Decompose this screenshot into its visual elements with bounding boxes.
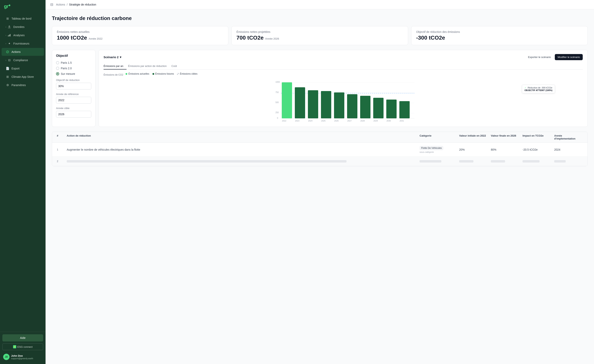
radio-circle-paris15 <box>56 61 59 64</box>
bar-2027 <box>347 94 358 118</box>
stat-value-2: -300 tCO2e <box>416 35 583 41</box>
upload-icon <box>7 25 11 29</box>
tab-emissions-par-action[interactable]: Émissions par action de réduction <box>128 63 170 69</box>
sidebar-nav: ⊞ Tableau de bord › Données › Analyses ›… <box>0 13 46 332</box>
cell-year-1: 2024 <box>553 148 584 151</box>
radio-paris15[interactable]: Paris 1.5 <box>56 61 91 64</box>
breadcrumb-current: Stratégie de réduction <box>69 3 96 6</box>
objectif-panel: Objectif Paris 1.5 Paris 2.0 Sur mesure … <box>52 50 95 127</box>
objectif-title: Objectif <box>56 54 91 58</box>
help-button[interactable]: Aide <box>2 334 43 341</box>
sidebar-item-actions[interactable]: Actions <box>2 48 44 56</box>
sidebar-item-label-analyses: Analyses <box>13 34 25 37</box>
modify-scenario-button[interactable]: Modifier le scénario <box>555 54 583 60</box>
sidebar-item-fournisseurs[interactable]: › ✦ Fournisseurs <box>2 40 44 47</box>
esg-connect-label: ESG connect <box>17 345 33 348</box>
user-info: John Doe support@greenly.earth <box>11 354 42 360</box>
sidebar-item-label-export: Export <box>12 67 19 70</box>
legend-dot-actual <box>126 73 127 75</box>
chevron-icon-donnees: › <box>6 26 6 28</box>
sidebar-item-climate[interactable]: ⊞ Climate App Store <box>2 73 44 81</box>
radio-label-sur-mesure: Sur mesure <box>61 72 75 75</box>
field-label-reduction: Objectif de réduction <box>56 79 91 81</box>
loading-bar-initial <box>459 160 473 162</box>
sidebar-item-parametres[interactable]: ⚙ Paramètres <box>2 81 44 89</box>
y-axis-label: Émissions de CO2 <box>104 74 123 76</box>
content-area: Trajectoire de réduction carbone Émissio… <box>46 9 594 364</box>
bar-2023 <box>295 87 305 118</box>
svg-text:2031: 2031 <box>399 120 404 122</box>
export-scenario-button[interactable]: Exporter le scénario <box>526 54 553 60</box>
svg-text:2028: 2028 <box>360 120 365 122</box>
panel-row: Objectif Paris 1.5 Paris 2.0 Sur mesure … <box>52 50 588 127</box>
sidebar-item-label-actions: Actions <box>12 50 20 54</box>
sidebar-bottom: Aide ⚡ ESG connect JD John Doe support@g… <box>0 332 46 364</box>
sidebar-item-tableau[interactable]: ⊞ Tableau de bord <box>2 15 44 23</box>
cell-year-2 <box>553 160 584 162</box>
cell-action-2 <box>65 160 418 162</box>
sidebar-item-label-fournisseurs: Fournisseurs <box>13 42 29 45</box>
col-header-initial: Valeur initiale en 2022 <box>458 134 489 140</box>
stat-value-0: 1000 tCO2e Année 2022 <box>57 35 223 41</box>
svg-text:0: 0 <box>277 117 278 119</box>
compliance-icon: ⊟ <box>7 58 11 62</box>
user-profile[interactable]: JD John Doe support@greenly.earth <box>2 352 43 362</box>
user-name: John Doe <box>11 354 42 357</box>
scenario-selector[interactable]: Scénario 2 ▾ <box>104 55 121 59</box>
field-label-annee-ref: Année de référence <box>56 93 91 96</box>
legend-dot-future <box>152 73 154 75</box>
svg-text:2022: 2022 <box>282 120 286 122</box>
sidebar-item-label-donnees: Données <box>13 25 24 28</box>
sidebar-item-compliance[interactable]: › ⊟ Compliance <box>2 56 44 64</box>
loading-bar-year <box>554 160 566 162</box>
sidebar-item-label-tableau: Tableau de bord <box>12 17 31 20</box>
col-header-impact: Impact en TCO2e <box>521 134 553 140</box>
breadcrumb-parent[interactable]: Actions <box>56 3 65 6</box>
field-input-annee-ref[interactable] <box>56 97 91 103</box>
avatar: JD <box>3 354 9 360</box>
logo-dot <box>9 5 10 6</box>
col-header-category: Catégorie <box>418 134 458 140</box>
legend-future: Émissions futures <box>152 73 174 75</box>
esg-connect-banner: ⚡ ESG connect <box>2 344 43 350</box>
field-input-reduction[interactable] <box>56 83 91 89</box>
breadcrumb: Actions / Stratégie de réduction <box>56 3 96 6</box>
category-badge-1: Flotte De Véhicules <box>419 146 443 150</box>
cell-num-2: 2 <box>55 160 65 163</box>
legend-label-actual: Émissions actuelles <box>128 73 149 75</box>
climate-icon: ⊞ <box>6 75 9 79</box>
tab-emissions-par-an[interactable]: Émissions par an <box>104 63 127 69</box>
svg-text:500: 500 <box>275 101 279 103</box>
cell-category-2 <box>418 160 458 162</box>
col-header-action: Action de réduction <box>65 134 418 140</box>
export-icon: 📄 <box>6 67 9 70</box>
chart-svg: 1000 750 500 250 0 <box>104 79 583 123</box>
sidebar-item-donnees[interactable]: › Données <box>2 23 44 31</box>
bar-2029 <box>373 98 384 118</box>
svg-rect-2 <box>10 34 11 36</box>
tab-cout[interactable]: Coût <box>171 63 180 69</box>
bar-2024 <box>308 90 318 118</box>
sidebar-item-label-climate: Climate App Store <box>12 75 34 78</box>
sidebar-item-analyses[interactable]: › Analyses <box>2 31 44 39</box>
logo-text: gr <box>4 4 8 9</box>
svg-text:2024: 2024 <box>308 120 313 122</box>
breadcrumb-separator: / <box>67 3 68 6</box>
radio-sur-mesure[interactable]: Sur mesure <box>56 72 91 75</box>
radio-circle-sur-mesure <box>56 72 59 75</box>
stat-label-1: Émissions nettes projettées <box>236 30 403 34</box>
cell-final-1: 80% <box>489 148 521 151</box>
stat-value-1: 700 tCO2e Année 2026 <box>236 35 403 41</box>
radio-paris20[interactable]: Paris 2.0 <box>56 67 91 70</box>
svg-text:1000: 1000 <box>275 81 280 83</box>
chevron-icon-fournisseurs: › <box>6 43 6 45</box>
chevron-icon-analyses: › <box>6 34 6 36</box>
main-content: ⊟ Actions / Stratégie de réduction Traje… <box>46 0 594 364</box>
stat-card-2: Objectif de réduction des émissions -300… <box>411 26 588 45</box>
svg-text:2026: 2026 <box>334 120 339 122</box>
sidebar-item-export[interactable]: 📄 Export <box>2 65 44 73</box>
field-input-annee-cible[interactable] <box>56 111 91 118</box>
svg-text:2027: 2027 <box>347 120 352 122</box>
sidebar-toggle-button[interactable]: ⊟ <box>50 2 53 7</box>
tooltip-reduction: ✓ Réduction de -300 tCO2e <box>525 87 553 89</box>
